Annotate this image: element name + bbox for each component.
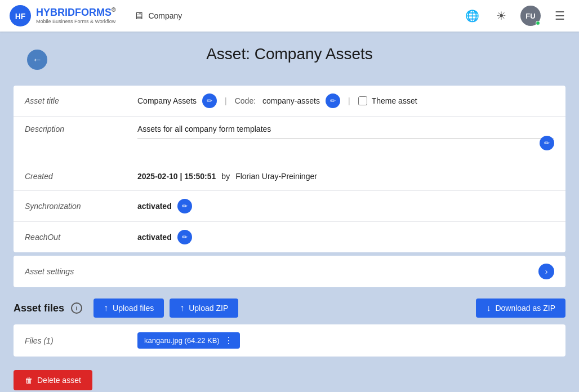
asset-files-info-button[interactable]: i xyxy=(71,302,82,314)
menu-icon: ☰ xyxy=(555,9,565,23)
file-chip-menu-icon[interactable]: ⋮ xyxy=(224,335,233,346)
created-row: Created 2025-02-10 | 15:50:51 by Florian… xyxy=(14,162,565,191)
divider: | xyxy=(225,96,227,105)
theme-asset-checkbox[interactable] xyxy=(358,96,367,105)
delete-asset-button[interactable]: 🗑 Delete asset xyxy=(14,370,92,390)
asset-files-header: Asset files i ↑ Upload files ↑ Upload ZI… xyxy=(14,299,565,318)
chevron-right-icon: › xyxy=(545,267,548,276)
divider-2: | xyxy=(348,96,350,105)
logo-area: HF HYBRIDFORMS® Mobile Business Forms & … xyxy=(9,5,115,27)
edit-description-button[interactable]: ✏ xyxy=(540,136,554,150)
arrow-left-icon: ← xyxy=(32,54,42,66)
page-header-row: ← Asset: Company Assets xyxy=(14,45,565,74)
header-actions: 🌐 ☀ FU ☰ xyxy=(462,6,570,26)
pencil-icon: ✏ xyxy=(182,202,188,210)
globe-button[interactable]: 🌐 xyxy=(462,6,482,26)
download-icon: ↓ xyxy=(486,303,491,313)
header: HF HYBRIDFORMS® Mobile Business Forms & … xyxy=(0,0,579,32)
theme-asset-label: Theme asset xyxy=(372,96,417,105)
asset-files-title: Asset files xyxy=(14,302,64,314)
asset-title-row: Asset title Company Assets ✏ | Code: com… xyxy=(14,86,565,117)
reachout-value: activated ✏ xyxy=(137,230,554,244)
avatar[interactable]: FU xyxy=(520,6,541,26)
main-content: ← Asset: Company Assets Asset title Comp… xyxy=(0,32,579,392)
hybrid-forms-logo: HF xyxy=(9,5,32,27)
back-button[interactable]: ← xyxy=(27,50,47,70)
edit-code-button[interactable]: ✏ xyxy=(326,93,340,108)
monitor-icon: 🖥 xyxy=(133,10,144,22)
description-value: Assets for all company form templates xyxy=(137,124,554,139)
svg-text:HF: HF xyxy=(15,12,26,21)
company-label: Company xyxy=(148,11,182,20)
menu-button[interactable]: ☰ xyxy=(550,6,570,26)
created-label: Created xyxy=(25,172,137,181)
upload-files-button[interactable]: ↑ Upload files xyxy=(93,299,164,318)
brightness-button[interactable]: ☀ xyxy=(491,6,511,26)
edit-reachout-button[interactable]: ✏ xyxy=(177,230,192,244)
pencil-icon: ✏ xyxy=(330,97,336,105)
theme-asset-checkbox-area: Theme asset xyxy=(358,96,417,105)
asset-settings-card: Asset settings › xyxy=(14,256,565,287)
synchronization-value: activated ✏ xyxy=(137,199,554,213)
files-count-label: Files (1) xyxy=(25,336,137,345)
files-list-card: Files (1) kangaru.jpg (64.22 KB) ⋮ xyxy=(14,324,565,357)
upload-icon: ↑ xyxy=(104,303,108,313)
reachout-label: ReachOut xyxy=(25,233,137,242)
file-chip[interactable]: kangaru.jpg (64.22 KB) ⋮ xyxy=(137,332,240,349)
page-title: Asset: Company Assets xyxy=(206,45,373,63)
description-label: Description xyxy=(25,124,137,150)
files-buttons: ↑ Upload files ↑ Upload ZIP xyxy=(93,299,238,318)
pencil-icon: ✏ xyxy=(182,233,188,241)
edit-sync-button[interactable]: ✏ xyxy=(177,199,192,213)
logo-text: HYBRIDFORMS® Mobile Business Forms & Wor… xyxy=(36,7,115,25)
synchronization-row: Synchronization activated ✏ xyxy=(14,191,565,222)
online-status-dot xyxy=(536,21,540,25)
asset-settings-label: Asset settings xyxy=(25,267,538,276)
asset-title-value: Company Assets ✏ | Code: company-assets … xyxy=(137,93,554,108)
download-zip-button[interactable]: ↓ Download as ZIP xyxy=(476,299,565,318)
pencil-icon: ✏ xyxy=(544,139,550,147)
synchronization-label: Synchronization xyxy=(25,202,137,211)
pencil-icon: ✏ xyxy=(207,97,212,105)
logo-title: HYBRIDFORMS® xyxy=(36,7,115,19)
description-row: Description Assets for all company form … xyxy=(14,117,565,162)
asset-settings-expand-button[interactable]: › xyxy=(538,264,554,279)
upload-zip-button[interactable]: ↑ Upload ZIP xyxy=(170,299,238,318)
reachout-row: ReachOut activated ✏ xyxy=(14,222,565,252)
asset-settings-row: Asset settings › xyxy=(14,256,565,287)
trash-icon: 🗑 xyxy=(25,376,33,385)
globe-icon: 🌐 xyxy=(465,9,479,23)
created-value: 2025-02-10 | 15:50:51 by Florian Uray-Pr… xyxy=(137,172,554,181)
edit-title-button[interactable]: ✏ xyxy=(202,93,217,108)
upload-zip-icon: ↑ xyxy=(180,303,184,313)
logo-subtitle: Mobile Business Forms & Workflow xyxy=(36,19,115,25)
asset-info-card: Asset title Company Assets ✏ | Code: com… xyxy=(14,86,565,252)
asset-title-label: Asset title xyxy=(25,96,137,105)
header-company: 🖥 Company xyxy=(133,10,182,22)
sun-icon: ☀ xyxy=(496,9,506,23)
